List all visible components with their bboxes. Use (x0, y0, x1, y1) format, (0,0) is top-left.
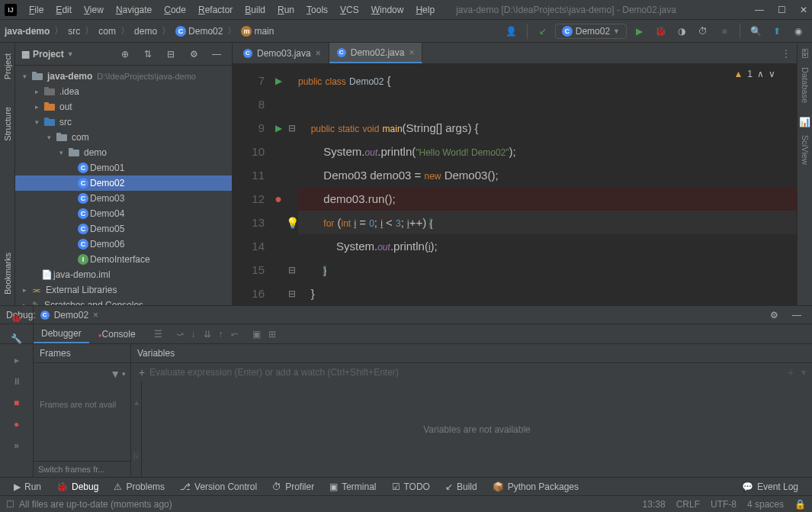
status-encoding[interactable]: UTF-8 (711, 499, 737, 510)
editor-tab-Demo02.java[interactable]: CDemo02.java× (329, 43, 423, 63)
menu-view[interactable]: View (78, 2, 110, 18)
force-step-into-icon[interactable]: ⇊ (204, 329, 211, 340)
bookmarks-tool-button[interactable]: Bookmarks (3, 246, 12, 301)
debug-hide-icon[interactable]: — (788, 306, 806, 324)
minimize-button[interactable]: — (755, 5, 764, 15)
profile-icon[interactable]: ⏱ (694, 22, 712, 40)
dropdown-icon[interactable]: ▾ (122, 370, 126, 378)
fold-icon[interactable]: ⊟ (288, 288, 296, 299)
tree-item-out[interactable]: ▸out (15, 99, 232, 114)
run-line-icon[interactable]: ▶ (275, 76, 282, 86)
tree-item-Demo06[interactable]: CDemo06 (15, 237, 232, 252)
intention-bulb-icon[interactable]: 💡 (286, 217, 299, 229)
close-tab-icon[interactable]: × (316, 48, 321, 59)
bottom-tool-todo[interactable]: ☑TODO (384, 481, 438, 492)
status-icon[interactable]: ☐ (6, 499, 14, 510)
crumb-demo[interactable]: demo (134, 26, 157, 37)
menu-code[interactable]: Code (158, 2, 192, 18)
tree-item-External Libraries[interactable]: ▸⫘External Libraries (15, 282, 232, 298)
crumb-main[interactable]: mmain (241, 26, 274, 37)
crumb-com[interactable]: com (98, 26, 116, 37)
project-tool-button[interactable]: Project (3, 47, 12, 85)
search-icon[interactable]: 🔍 (746, 22, 765, 40)
run-to-cursor-icon[interactable]: ▣ (252, 329, 261, 340)
database-icon[interactable]: 🗄 (801, 49, 810, 60)
tree-item-DemoInterface[interactable]: IDemoInterface (15, 252, 232, 267)
run-gutter[interactable]: ▶▶● (271, 64, 286, 305)
crumb-src[interactable]: src (68, 26, 80, 37)
menu-edit[interactable]: Edit (50, 2, 78, 18)
tabs-kebab-icon[interactable]: ⋮ (775, 48, 797, 59)
menu-run[interactable]: Run (271, 2, 300, 18)
debug-icon[interactable]: 🐞 (651, 22, 669, 40)
breakpoint-icon[interactable]: ● (274, 192, 282, 206)
run-line-icon[interactable]: ▶ (275, 123, 282, 134)
add-watch-plus[interactable]: + (783, 366, 798, 378)
select-opened-icon[interactable]: ⊕ (116, 45, 134, 63)
fold-icon[interactable]: ⊟ (288, 265, 296, 275)
user-add-icon[interactable]: 👤 (502, 22, 521, 40)
menu-navigate[interactable]: Navigate (110, 2, 158, 18)
sciview-tool-button[interactable]: SciView (801, 130, 810, 169)
code-editor[interactable]: 7891011121314151617 ▶▶● ⊟💡⊟⊟ public clas… (233, 64, 797, 305)
event-log-button[interactable]: 💬Event Log (734, 481, 806, 492)
tree-item-Demo01[interactable]: CDemo01 (15, 160, 232, 175)
expand-all-icon[interactable]: ⇅ (139, 45, 157, 63)
code-content[interactable]: public class Demo02 { public static void… (298, 64, 797, 305)
collapse-all-icon[interactable]: ⊟ (162, 45, 180, 63)
copy-stack-icon[interactable]: ⎘ (133, 451, 139, 462)
tree-item-Demo04[interactable]: CDemo04 (15, 206, 232, 221)
hide-icon[interactable]: — (207, 45, 226, 63)
scroll-up-icon[interactable]: ▴ (134, 397, 139, 407)
tree-item-Scratches and Consoles[interactable]: ▸✎Scratches and Consoles (15, 298, 232, 305)
tree-item-java-demo.iml[interactable]: 📄java-demo.iml (15, 267, 232, 282)
menu-file[interactable]: File (23, 2, 50, 18)
bottom-tool-run[interactable]: ▶Run (6, 481, 49, 492)
tree-item-.idea[interactable]: ▸.idea (15, 84, 232, 99)
structure-tool-button[interactable]: Structure (3, 101, 12, 147)
tree-item-com[interactable]: ▾com (15, 130, 232, 145)
run-config-selector[interactable]: C Demo02 ▼ (555, 24, 627, 39)
tree-item-Demo03[interactable]: CDemo03 (15, 191, 232, 206)
bottom-tool-build[interactable]: ↙Build (438, 481, 485, 492)
down-icon[interactable]: ∨ (769, 69, 775, 79)
build-icon[interactable]: ↙ (534, 22, 552, 40)
menu-tools[interactable]: Tools (300, 2, 334, 18)
gear-icon[interactable]: ⚙ (185, 45, 203, 63)
filter-icon[interactable]: ▼ (110, 368, 120, 380)
bottom-tool-version-control[interactable]: ⎇Version Control (172, 481, 265, 492)
tree-item-demo[interactable]: ▾demo (15, 145, 232, 160)
drop-frame-icon[interactable]: ⤺ (231, 329, 239, 340)
menu-build[interactable]: Build (239, 2, 271, 18)
close-tab-icon[interactable]: × (409, 47, 414, 58)
crumb-Demo02[interactable]: CDemo02 (175, 26, 223, 37)
status-eol[interactable]: CRLF (676, 499, 700, 510)
evaluate-icon[interactable]: ⊞ (268, 329, 276, 340)
debug-gear-icon[interactable]: ⚙ (765, 306, 783, 324)
run-icon[interactable]: ▶ (630, 22, 648, 40)
database-tool-button[interactable]: Database (801, 63, 810, 108)
bottom-tool-problems[interactable]: ⚠Problems (106, 481, 172, 492)
console-tab[interactable]: ●Console (91, 326, 143, 343)
tree-item-Demo02[interactable]: CDemo02 (15, 175, 232, 191)
frames-footer[interactable]: Switch frames fr... (34, 461, 130, 477)
rerun-debug-icon[interactable]: 🐞 (9, 311, 24, 324)
step-out-icon[interactable]: ↑ (219, 329, 223, 340)
menu-refactor[interactable]: Refactor (192, 2, 239, 18)
sciview-icon[interactable]: 📊 (799, 117, 810, 127)
lock-icon[interactable]: 🔒 (794, 499, 806, 510)
step-into-icon[interactable]: ↓ (191, 329, 196, 340)
menu-vcs[interactable]: VCS (334, 2, 365, 18)
project-tree[interactable]: ▾java-demoD:\IdeaProjects\java-demo▸.ide… (15, 66, 232, 305)
add-watch-icon[interactable]: + (134, 366, 149, 378)
sidebar-title[interactable]: ▦ Project ▼ (21, 49, 116, 60)
bottom-tool-terminal[interactable]: ▣Terminal (322, 481, 384, 492)
tree-item-<b>java-demo</b>[interactable]: ▾java-demoD:\IdeaProjects\java-demo (15, 69, 232, 84)
bottom-tool-python-packages[interactable]: 📦Python Packages (485, 481, 586, 492)
editor-status[interactable]: ▲ 1 ∧ ∨ (733, 69, 775, 79)
show-exec-point-icon[interactable]: ☰ (154, 329, 162, 340)
update-icon[interactable]: ⬆ (768, 22, 786, 40)
bottom-tool-profiler[interactable]: ⏱Profiler (265, 481, 322, 492)
fold-gutter[interactable]: ⊟💡⊟⊟ (286, 64, 298, 305)
step-over-icon[interactable]: ⤻ (176, 329, 184, 340)
